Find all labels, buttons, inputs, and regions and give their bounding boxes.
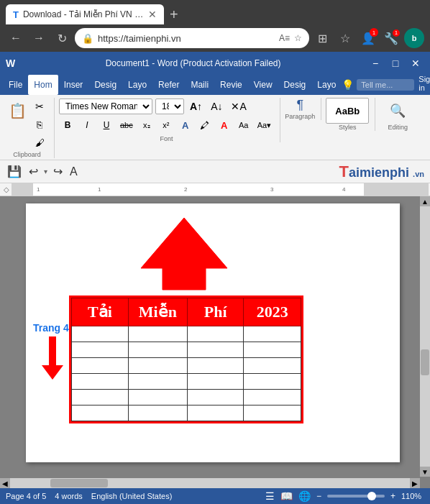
undo-button[interactable]: ↩: [27, 162, 40, 181]
format-quick-button[interactable]: A: [68, 162, 79, 181]
collections-button[interactable]: ⊞: [312, 28, 332, 48]
menu-mailings[interactable]: Maili: [185, 75, 214, 95]
font-row1: Times New Roman 18 A↑ A↓ ✕A: [59, 98, 274, 115]
word-ribbon: 📋 ✂ ⎘ 🖌 Clipboard Times New Ro: [0, 95, 430, 160]
paragraph-mark-icon: ¶: [296, 98, 303, 113]
account-button[interactable]: 👤: [358, 28, 378, 48]
font-more-button[interactable]: Aa: [235, 116, 252, 134]
font-selector[interactable]: Times New Roman: [59, 98, 152, 114]
clear-format-button[interactable]: ✕A: [228, 98, 249, 115]
browser-tab[interactable]: T Download - Tải Miễn Phí VN - P... ✕: [6, 4, 164, 24]
h-scroll-track: [10, 478, 410, 488]
decrease-font-button[interactable]: A↓: [208, 98, 225, 115]
italic-button[interactable]: I: [78, 116, 96, 134]
highlight-button[interactable]: 🖍: [196, 116, 214, 134]
status-bar: Page 4 of 5 4 words English (United Stat…: [0, 488, 430, 504]
word-restore-button[interactable]: □: [387, 55, 404, 72]
menu-search: 💡: [342, 75, 414, 95]
word-document-title: Document1 - Word (Product Activation Fai…: [19, 58, 367, 68]
zoom-plus[interactable]: +: [390, 491, 395, 501]
scroll-thumb[interactable]: [421, 349, 429, 375]
word-menu-bar: File Hom Inser Desig Layo Refer Maili Re…: [0, 75, 430, 95]
menu-home[interactable]: Hom: [28, 75, 58, 95]
favorites-button[interactable]: ☆: [335, 28, 355, 48]
menu-references[interactable]: Refer: [152, 75, 185, 95]
menu-review[interactable]: Revie: [214, 75, 248, 95]
clipboard-label: Clipboard: [13, 151, 41, 158]
logo-vn: .vn: [413, 170, 424, 178]
redo-button[interactable]: ↪: [52, 162, 64, 181]
web-view-button[interactable]: 🌐: [298, 490, 311, 502]
document-page: Trang 4 Tải Miễn Phí 2023: [26, 203, 400, 462]
zoom-minus[interactable]: −: [316, 491, 321, 501]
word-minimize-button[interactable]: −: [367, 55, 384, 72]
layout-view-button[interactable]: ☰: [265, 490, 275, 502]
taimienphi-logo: Taimienphi .vn: [339, 162, 424, 181]
menu-layout2[interactable]: Layo: [311, 75, 342, 95]
toolbar-icons: ⊞ ☆ 👤 🔧 1 b: [312, 28, 424, 48]
save-quick-button[interactable]: 💾: [6, 162, 23, 181]
increase-font-button[interactable]: A↑: [187, 98, 205, 115]
arrow-annotation: [112, 211, 256, 297]
bing-button[interactable]: b: [404, 28, 424, 48]
styles-group: AaBb Styles: [326, 98, 375, 131]
table-row-2: [72, 342, 301, 358]
address-bar[interactable]: [98, 33, 275, 44]
zoom-thumb: [367, 492, 376, 500]
menu-insert[interactable]: Inser: [58, 75, 89, 95]
superscript-button[interactable]: x²: [157, 116, 175, 134]
strikethrough-button[interactable]: abc: [117, 116, 136, 134]
undo-dropdown[interactable]: ▾: [44, 168, 47, 175]
forward-button[interactable]: →: [29, 28, 49, 48]
language-indicator: English (United States): [91, 492, 173, 500]
menu-file[interactable]: File: [3, 75, 28, 95]
editing-button[interactable]: 🔍: [380, 98, 416, 124]
h-scroll-thumb[interactable]: [50, 479, 108, 487]
address-bar-container[interactable]: 🔒 A≡ ☆: [75, 28, 309, 48]
styles-label: Styles: [339, 124, 357, 131]
read-view-button[interactable]: 📖: [280, 490, 293, 502]
clipboard-group: 📋 ✂ ⎘ 🖌 Clipboard: [6, 98, 55, 158]
scroll-right-button[interactable]: ▶: [410, 478, 420, 488]
scroll-left-button[interactable]: ◀: [0, 478, 10, 488]
back-button[interactable]: ←: [6, 28, 26, 48]
subscript-button[interactable]: x₂: [138, 116, 155, 134]
scroll-down-button[interactable]: ▼: [420, 467, 430, 477]
refresh-button[interactable]: ↻: [52, 28, 72, 48]
horizontal-scrollbar[interactable]: ◀ ▶: [0, 478, 420, 488]
vertical-scrollbar[interactable]: ▲ ▼: [420, 196, 430, 477]
copy-button[interactable]: ⎘: [31, 116, 48, 133]
table-row-4: [72, 374, 301, 390]
ruler-mark2: 1: [98, 186, 101, 193]
cut-button[interactable]: ✂: [31, 98, 48, 115]
document-area[interactable]: Trang 4 Tải Miễn Phí 2023: [0, 196, 430, 488]
scroll-up-button[interactable]: ▲: [420, 196, 430, 206]
menu-view[interactable]: View: [248, 75, 278, 95]
tell-me-input[interactable]: [357, 79, 414, 91]
browser-frame: T Download - Tải Miễn Phí VN - P... ✕ + …: [0, 0, 430, 504]
font-size-selector[interactable]: 18: [155, 98, 184, 114]
clipboard-buttons: 📋 ✂ ⎘ 🖌: [6, 98, 48, 151]
bold-button[interactable]: B: [59, 116, 76, 134]
underline-button[interactable]: U: [98, 116, 115, 134]
text-effect-button[interactable]: A: [177, 116, 194, 134]
sign-in-button[interactable]: Sign in: [414, 75, 430, 95]
change-case-button[interactable]: Aa▾: [255, 116, 274, 134]
paste-button[interactable]: 📋: [6, 98, 29, 124]
styles-button[interactable]: AaBb: [326, 98, 369, 124]
new-tab-button[interactable]: +: [167, 4, 181, 24]
word-close-button[interactable]: ✕: [407, 55, 424, 72]
table-border-box: Tải Miễn Phí 2023: [69, 295, 303, 423]
extensions-button[interactable]: 🔧 1: [381, 28, 401, 48]
menu-design[interactable]: Desig: [88, 75, 122, 95]
menu-layout[interactable]: Layo: [122, 75, 152, 95]
browser-toolbar: ← → ↻ 🔒 A≡ ☆ ⊞ ☆ 👤 🔧 1 b: [0, 24, 430, 52]
page-info: Page 4 of 5: [6, 492, 46, 500]
zoom-slider[interactable]: [327, 495, 385, 498]
svg-marker-0: [141, 218, 227, 290]
tab-close-button[interactable]: ✕: [148, 9, 157, 20]
font-color-button[interactable]: A: [216, 116, 233, 134]
format-painter-button[interactable]: 🖌: [31, 134, 48, 151]
editing-icon: 🔍: [390, 103, 406, 119]
menu-design2[interactable]: Desig: [278, 75, 312, 95]
